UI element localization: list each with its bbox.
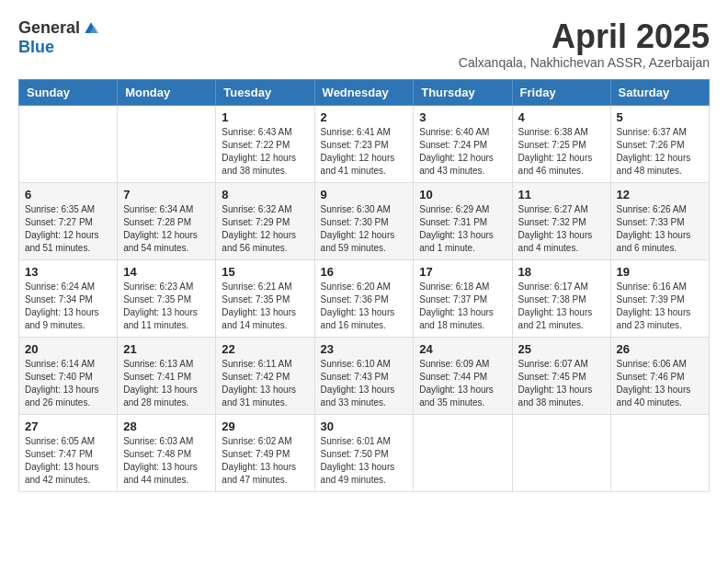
day-cell: 17Sunrise: 6:18 AMSunset: 7:37 PMDayligh… bbox=[414, 259, 512, 337]
day-info: Sunrise: 6:03 AMSunset: 7:48 PMDaylight:… bbox=[123, 435, 210, 487]
day-info: Sunrise: 6:24 AMSunset: 7:34 PMDaylight:… bbox=[25, 281, 111, 332]
day-number: 26 bbox=[617, 342, 703, 356]
day-cell: 2Sunrise: 6:41 AMSunset: 7:23 PMDaylight… bbox=[314, 105, 414, 182]
day-number: 24 bbox=[419, 342, 506, 356]
weekday-header-monday: Monday bbox=[118, 79, 216, 105]
day-number: 18 bbox=[518, 265, 605, 279]
day-cell: 13Sunrise: 6:24 AMSunset: 7:34 PMDayligh… bbox=[19, 259, 118, 337]
day-number: 1 bbox=[222, 110, 308, 124]
day-cell: 3Sunrise: 6:40 AMSunset: 7:24 PMDaylight… bbox=[414, 105, 512, 182]
day-info: Sunrise: 6:37 AMSunset: 7:26 PMDaylight:… bbox=[617, 126, 703, 178]
day-info: Sunrise: 6:02 AMSunset: 7:49 PMDaylight:… bbox=[222, 435, 308, 487]
day-info: Sunrise: 6:14 AMSunset: 7:40 PMDaylight:… bbox=[25, 358, 111, 409]
day-cell: 4Sunrise: 6:38 AMSunset: 7:25 PMDaylight… bbox=[512, 105, 610, 182]
day-number: 10 bbox=[419, 188, 506, 201]
day-info: Sunrise: 6:11 AMSunset: 7:42 PMDaylight:… bbox=[222, 358, 308, 409]
day-number: 19 bbox=[617, 265, 703, 279]
day-cell: 27Sunrise: 6:05 AMSunset: 7:47 PMDayligh… bbox=[19, 414, 118, 491]
day-cell: 22Sunrise: 6:11 AMSunset: 7:42 PMDayligh… bbox=[216, 337, 314, 414]
day-cell bbox=[414, 414, 512, 491]
day-cell bbox=[19, 105, 118, 182]
day-cell: 20Sunrise: 6:14 AMSunset: 7:40 PMDayligh… bbox=[19, 337, 118, 414]
day-cell: 10Sunrise: 6:29 AMSunset: 7:31 PMDayligh… bbox=[414, 182, 512, 259]
day-number: 12 bbox=[617, 188, 703, 201]
day-info: Sunrise: 6:17 AMSunset: 7:38 PMDaylight:… bbox=[518, 281, 605, 332]
weekday-header-sunday: Sunday bbox=[19, 79, 118, 105]
day-info: Sunrise: 6:23 AMSunset: 7:35 PMDaylight:… bbox=[123, 281, 210, 332]
day-number: 6 bbox=[25, 188, 111, 201]
weekday-header-friday: Friday bbox=[512, 79, 610, 105]
day-info: Sunrise: 6:29 AMSunset: 7:31 PMDaylight:… bbox=[419, 203, 506, 255]
day-info: Sunrise: 6:26 AMSunset: 7:33 PMDaylight:… bbox=[617, 203, 703, 255]
week-row-5: 27Sunrise: 6:05 AMSunset: 7:47 PMDayligh… bbox=[19, 414, 710, 491]
day-cell: 19Sunrise: 6:16 AMSunset: 7:39 PMDayligh… bbox=[610, 259, 709, 337]
week-row-2: 6Sunrise: 6:35 AMSunset: 7:27 PMDaylight… bbox=[19, 182, 710, 259]
day-info: Sunrise: 6:13 AMSunset: 7:41 PMDaylight:… bbox=[123, 358, 210, 409]
day-cell: 21Sunrise: 6:13 AMSunset: 7:41 PMDayligh… bbox=[118, 337, 216, 414]
logo-general: General bbox=[18, 18, 80, 38]
day-info: Sunrise: 6:35 AMSunset: 7:27 PMDaylight:… bbox=[25, 203, 111, 255]
day-info: Sunrise: 6:16 AMSunset: 7:39 PMDaylight:… bbox=[617, 281, 703, 332]
day-cell bbox=[512, 414, 610, 491]
logo-blue: Blue bbox=[18, 38, 54, 57]
day-cell: 8Sunrise: 6:32 AMSunset: 7:29 PMDaylight… bbox=[216, 182, 314, 259]
day-info: Sunrise: 6:41 AMSunset: 7:23 PMDaylight:… bbox=[321, 126, 408, 178]
day-info: Sunrise: 6:05 AMSunset: 7:47 PMDaylight:… bbox=[25, 435, 111, 487]
day-number: 25 bbox=[518, 342, 605, 356]
day-info: Sunrise: 6:32 AMSunset: 7:29 PMDaylight:… bbox=[222, 203, 308, 255]
day-number: 13 bbox=[25, 265, 111, 279]
logo-icon bbox=[82, 19, 100, 38]
day-cell bbox=[610, 414, 709, 491]
page-header: General Blue April 2025 Calxanqala, Nakh… bbox=[18, 18, 710, 70]
day-cell: 28Sunrise: 6:03 AMSunset: 7:48 PMDayligh… bbox=[118, 414, 216, 491]
title-section: April 2025 Calxanqala, Nakhichevan ASSR,… bbox=[459, 18, 710, 70]
week-row-3: 13Sunrise: 6:24 AMSunset: 7:34 PMDayligh… bbox=[19, 259, 710, 337]
day-number: 29 bbox=[222, 419, 308, 433]
day-cell: 9Sunrise: 6:30 AMSunset: 7:30 PMDaylight… bbox=[314, 182, 414, 259]
day-number: 23 bbox=[321, 342, 408, 356]
weekday-header-thursday: Thursday bbox=[414, 79, 512, 105]
day-cell: 16Sunrise: 6:20 AMSunset: 7:36 PMDayligh… bbox=[314, 259, 414, 337]
day-number: 16 bbox=[321, 265, 408, 279]
day-info: Sunrise: 6:20 AMSunset: 7:36 PMDaylight:… bbox=[321, 281, 408, 332]
day-info: Sunrise: 6:07 AMSunset: 7:45 PMDaylight:… bbox=[518, 358, 605, 409]
day-info: Sunrise: 6:06 AMSunset: 7:46 PMDaylight:… bbox=[617, 358, 703, 409]
week-row-1: 1Sunrise: 6:43 AMSunset: 7:22 PMDaylight… bbox=[19, 105, 710, 182]
day-cell: 7Sunrise: 6:34 AMSunset: 7:28 PMDaylight… bbox=[118, 182, 216, 259]
day-info: Sunrise: 6:10 AMSunset: 7:43 PMDaylight:… bbox=[321, 358, 408, 409]
day-info: Sunrise: 6:38 AMSunset: 7:25 PMDaylight:… bbox=[518, 126, 605, 178]
day-cell: 24Sunrise: 6:09 AMSunset: 7:44 PMDayligh… bbox=[414, 337, 512, 414]
day-info: Sunrise: 6:40 AMSunset: 7:24 PMDaylight:… bbox=[419, 126, 506, 178]
day-cell: 25Sunrise: 6:07 AMSunset: 7:45 PMDayligh… bbox=[512, 337, 610, 414]
day-cell: 1Sunrise: 6:43 AMSunset: 7:22 PMDaylight… bbox=[216, 105, 314, 182]
day-cell: 11Sunrise: 6:27 AMSunset: 7:32 PMDayligh… bbox=[512, 182, 610, 259]
day-cell: 18Sunrise: 6:17 AMSunset: 7:38 PMDayligh… bbox=[512, 259, 610, 337]
calendar: SundayMondayTuesdayWednesdayThursdayFrid… bbox=[18, 79, 710, 492]
day-info: Sunrise: 6:30 AMSunset: 7:30 PMDaylight:… bbox=[321, 203, 408, 255]
day-cell: 26Sunrise: 6:06 AMSunset: 7:46 PMDayligh… bbox=[610, 337, 709, 414]
day-number: 30 bbox=[321, 419, 408, 433]
day-number: 27 bbox=[25, 419, 111, 433]
day-number: 17 bbox=[419, 265, 506, 279]
month-title: April 2025 bbox=[459, 18, 710, 55]
day-info: Sunrise: 6:27 AMSunset: 7:32 PMDaylight:… bbox=[518, 203, 605, 255]
weekday-header-row: SundayMondayTuesdayWednesdayThursdayFrid… bbox=[19, 79, 710, 105]
day-number: 28 bbox=[123, 419, 210, 433]
day-info: Sunrise: 6:09 AMSunset: 7:44 PMDaylight:… bbox=[419, 358, 506, 409]
location: Calxanqala, Nakhichevan ASSR, Azerbaijan bbox=[459, 55, 710, 70]
day-number: 21 bbox=[123, 342, 210, 356]
day-number: 9 bbox=[321, 188, 408, 201]
day-number: 5 bbox=[617, 110, 703, 124]
day-number: 8 bbox=[222, 188, 308, 201]
weekday-header-wednesday: Wednesday bbox=[314, 79, 414, 105]
day-cell bbox=[118, 105, 216, 182]
day-cell: 12Sunrise: 6:26 AMSunset: 7:33 PMDayligh… bbox=[610, 182, 709, 259]
day-number: 22 bbox=[222, 342, 308, 356]
day-info: Sunrise: 6:34 AMSunset: 7:28 PMDaylight:… bbox=[123, 203, 210, 255]
day-number: 2 bbox=[321, 110, 408, 124]
day-number: 14 bbox=[123, 265, 210, 279]
day-cell: 6Sunrise: 6:35 AMSunset: 7:27 PMDaylight… bbox=[19, 182, 118, 259]
day-number: 3 bbox=[419, 110, 506, 124]
day-cell: 29Sunrise: 6:02 AMSunset: 7:49 PMDayligh… bbox=[216, 414, 314, 491]
weekday-header-saturday: Saturday bbox=[610, 79, 709, 105]
